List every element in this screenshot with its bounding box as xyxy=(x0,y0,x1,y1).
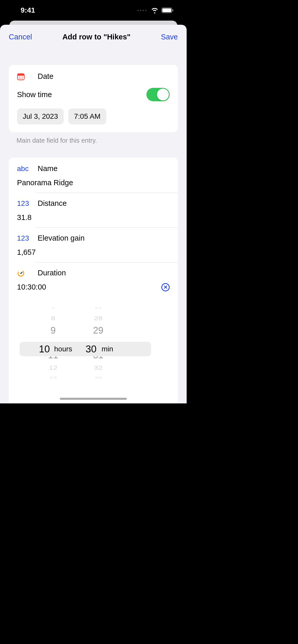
picker-option[interactable]: 13 xyxy=(49,376,57,379)
svg-rect-2 xyxy=(172,9,173,11)
picker-option[interactable]: 33 xyxy=(95,376,102,379)
picker-selection-bar: 10 hours 30 min xyxy=(20,342,151,356)
battery-icon xyxy=(161,7,174,13)
selected-hours: 10 xyxy=(39,344,50,355)
svg-point-12 xyxy=(20,273,21,274)
duration-picker[interactable]: 7 8 9 10 11 12 13 27 28 29 30 31 3 xyxy=(20,304,154,392)
date-footer-text: Main date field for this entry. xyxy=(16,137,170,144)
clear-duration-button[interactable]: ✕ xyxy=(161,283,170,291)
svg-point-10 xyxy=(22,78,23,79)
modal-sheet: Cancel Add row to "Hikes" Save Date Show… xyxy=(0,25,187,403)
minutes-unit-label: min xyxy=(102,345,113,353)
number-type-icon: 123 xyxy=(17,234,31,242)
date-pill[interactable]: Jul 3, 2023 xyxy=(17,108,64,124)
svg-point-5 xyxy=(19,77,20,77)
elevation-input[interactable] xyxy=(17,242,170,262)
svg-rect-1 xyxy=(162,9,171,12)
duration-value: 10:30:00 xyxy=(17,283,46,291)
cancel-button[interactable]: Cancel xyxy=(9,33,32,41)
timer-icon xyxy=(17,269,31,277)
picker-option[interactable]: 9 xyxy=(51,324,56,337)
picker-option[interactable]: 8 xyxy=(51,313,55,323)
fields-card: abc Name 123 Distance 123 Elevation gain xyxy=(9,158,178,403)
name-field-section: abc Name xyxy=(17,158,170,193)
distance-input[interactable] xyxy=(17,208,170,227)
duration-field-label: Duration xyxy=(38,269,66,277)
svg-point-6 xyxy=(21,77,21,77)
time-pill[interactable]: 7:05 AM xyxy=(68,108,106,124)
elevation-field-label: Elevation gain xyxy=(38,234,85,242)
distance-field-label: Distance xyxy=(38,199,67,208)
picker-option[interactable]: 28 xyxy=(94,313,102,323)
name-input[interactable] xyxy=(17,173,170,193)
picker-option[interactable]: 7 xyxy=(51,306,55,310)
svg-rect-4 xyxy=(18,74,24,76)
hours-unit-label: hours xyxy=(54,345,72,353)
status-bar: 9:41 xyxy=(0,0,187,21)
sheet-title: Add row to "Hikes" xyxy=(62,33,130,41)
date-card: Date Show time Jul 3, 2023 7:05 AM xyxy=(9,65,178,132)
wifi-icon xyxy=(151,7,159,13)
save-button[interactable]: Save xyxy=(161,33,178,41)
picker-option[interactable]: 27 xyxy=(95,306,102,310)
status-time: 9:41 xyxy=(21,6,35,14)
sheet-header: Cancel Add row to "Hikes" Save xyxy=(0,25,187,49)
selected-minutes: 30 xyxy=(86,344,96,355)
text-type-icon: abc xyxy=(17,165,31,173)
cellular-dots-icon xyxy=(137,10,146,11)
home-indicator[interactable] xyxy=(60,398,127,400)
name-field-label: Name xyxy=(38,164,57,173)
duration-field-section: Duration 10:30:00 ✕ 7 8 9 10 11 12 13 xyxy=(17,262,170,392)
show-time-toggle[interactable] xyxy=(146,88,170,101)
svg-point-7 xyxy=(22,77,23,77)
picker-option[interactable]: 29 xyxy=(93,324,103,337)
date-field-label: Date xyxy=(38,72,53,81)
distance-field-section: 123 Distance xyxy=(17,193,170,228)
elevation-field-section: 123 Elevation gain xyxy=(17,228,170,262)
number-type-icon: 123 xyxy=(17,199,31,208)
picker-option[interactable]: 12 xyxy=(49,363,57,372)
picker-option[interactable]: 32 xyxy=(94,363,102,372)
svg-point-8 xyxy=(19,78,20,79)
calendar-icon xyxy=(17,73,29,80)
show-time-label: Show time xyxy=(17,90,52,99)
svg-point-9 xyxy=(21,78,21,79)
